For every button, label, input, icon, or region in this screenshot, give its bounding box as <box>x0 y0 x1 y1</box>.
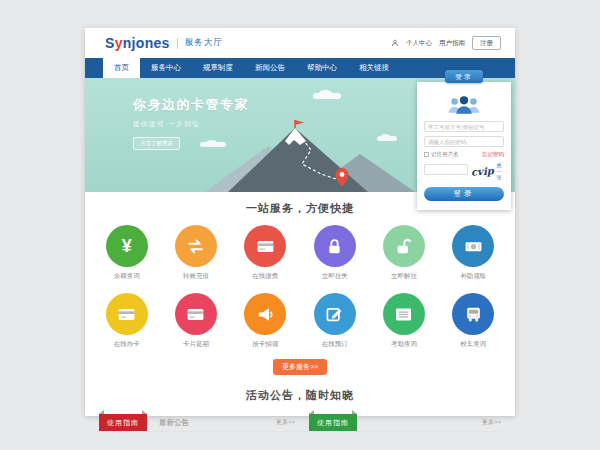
captcha-refresh-link[interactable]: 换一张 <box>497 162 504 180</box>
top-utility-links: 个人中心 用户指南 注册 <box>391 36 501 50</box>
announcements-section: 活动公告，随时知晓 使用指南 最新公告 更多>> 使用指南 更多>> <box>85 388 515 432</box>
remember-checkbox[interactable] <box>424 152 429 157</box>
flag-icon <box>295 120 304 125</box>
service-lost-found[interactable]: 拾卡招领 <box>231 293 300 349</box>
remember-row: 记住用户名 忘记密码 <box>424 151 504 158</box>
card-icon <box>117 305 136 324</box>
right-tab-group: 使用指南 更多>> <box>309 414 501 431</box>
nav-item-service-center[interactable]: 服务中心 <box>140 58 192 78</box>
service-balance-inquiry[interactable]: ¥余额查询 <box>92 225 161 281</box>
login-panel: 登录 记住用户名 忘记密码 cvip 换一张 登录 <box>417 82 511 210</box>
service-card-extension[interactable]: 卡片延期 <box>161 293 230 349</box>
logo-accent: y <box>115 35 123 51</box>
cloud-graphic <box>313 93 341 99</box>
service-online-payment[interactable]: 在线缴费 <box>231 225 300 281</box>
edit-icon <box>325 305 344 324</box>
captcha-row: cvip 换一张 <box>424 162 504 180</box>
logo-text-2: njones <box>123 35 170 51</box>
site-name: 服务大厅 <box>185 37 223 49</box>
top-bar: Synjones 服务大厅 个人中心 用户指南 注册 <box>85 28 515 58</box>
transfer-icon <box>186 237 205 256</box>
left-tab-group: 使用指南 最新公告 更多>> <box>99 414 295 431</box>
card-icon <box>256 237 275 256</box>
service-online-card-apply[interactable]: 在线办卡 <box>92 293 161 349</box>
list-icon <box>394 305 413 324</box>
service-online-booking[interactable]: 在线预订 <box>300 293 369 349</box>
right-primary-tab[interactable]: 使用指南 <box>309 414 357 431</box>
login-tab[interactable]: 登录 <box>445 70 483 83</box>
cloud-graphic <box>377 136 397 141</box>
nav-item-help-center[interactable]: 帮助中心 <box>296 58 348 78</box>
nav-item-links[interactable]: 相关链接 <box>348 58 400 78</box>
bus-icon <box>464 305 483 324</box>
nav-item-news[interactable]: 新闻公告 <box>244 58 296 78</box>
services-section: 一站服务，方便快捷 ¥余额查询 转账充值 在线缴费 立即挂失 立即解挂 补助领取… <box>85 192 515 375</box>
unlock-icon <box>394 237 413 256</box>
logo-divider <box>177 38 178 49</box>
hero-copy: 你身边的卡管专家 提供捷径 一步到位 点击了解更多 <box>133 96 249 150</box>
captcha-image[interactable]: cvip <box>470 165 493 178</box>
synjones-logo: Synjones <box>105 35 170 51</box>
captcha-input[interactable] <box>424 164 468 175</box>
lock-icon <box>325 237 344 256</box>
services-grid: ¥余额查询 转账充值 在线缴费 立即挂失 立即解挂 补助领取 在线办卡 卡片延期… <box>92 225 508 349</box>
register-button[interactable]: 注册 <box>472 36 501 50</box>
megaphone-icon <box>256 305 275 324</box>
user-guide-link[interactable]: 用户指南 <box>439 39 465 48</box>
portal-page: Synjones 服务大厅 个人中心 用户指南 注册 首页 服务中心 规章制度 … <box>85 28 515 416</box>
left-more-link[interactable]: 更多>> <box>276 418 295 427</box>
nav-item-rules[interactable]: 规章制度 <box>192 58 244 78</box>
hero-subtitle: 提供捷径 一步到位 <box>133 120 249 129</box>
announcements-title: 活动公告，随时知晓 <box>85 388 515 403</box>
remember-label: 记住用户名 <box>431 151 459 158</box>
login-submit-button[interactable]: 登录 <box>424 187 504 201</box>
service-transfer-recharge[interactable]: 转账充值 <box>161 225 230 281</box>
personal-center-link[interactable]: 个人中心 <box>406 39 432 48</box>
service-subsidy-collect[interactable]: 补助领取 <box>439 225 508 281</box>
hero-cta-button[interactable]: 点击了解更多 <box>133 137 180 150</box>
right-more-link[interactable]: 更多>> <box>482 418 501 427</box>
banknote-icon <box>464 237 483 256</box>
left-secondary-tab[interactable]: 最新公告 <box>159 418 189 428</box>
password-input[interactable] <box>424 136 504 147</box>
username-input[interactable] <box>424 121 504 132</box>
logo-text: S <box>105 35 115 51</box>
user-icon <box>391 39 399 47</box>
card-icon <box>186 305 205 324</box>
service-report-loss[interactable]: 立即挂失 <box>300 225 369 281</box>
more-services-button[interactable]: 更多服务>> <box>273 359 327 375</box>
forgot-password-link[interactable]: 忘记密码 <box>482 151 504 158</box>
hero-title: 你身边的卡管专家 <box>133 96 249 114</box>
service-attendance-inquiry[interactable]: 考勤查询 <box>369 293 438 349</box>
users-group-icon <box>446 95 482 115</box>
nav-item-home[interactable]: 首页 <box>103 58 140 78</box>
left-primary-tab[interactable]: 使用指南 <box>99 414 147 431</box>
yuan-icon: ¥ <box>122 237 132 255</box>
announcement-tabs: 使用指南 最新公告 更多>> 使用指南 更多>> <box>99 414 501 432</box>
service-cancel-loss[interactable]: 立即解挂 <box>369 225 438 281</box>
service-school-bus-inquiry[interactable]: 校车查询 <box>439 293 508 349</box>
